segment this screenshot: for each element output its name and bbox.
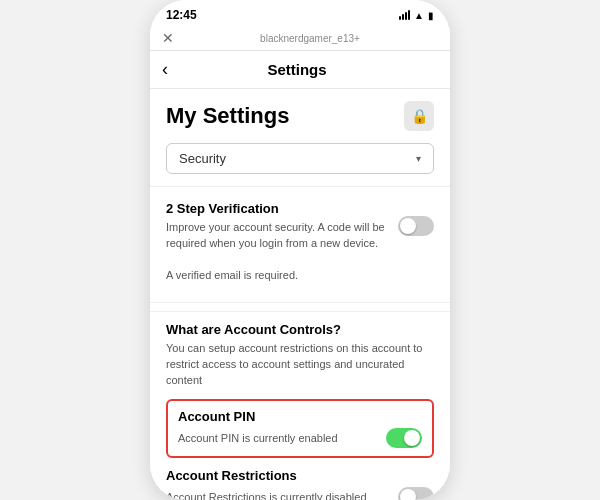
account-pin-section: Account PIN Account PIN is currently ena…: [166, 399, 434, 458]
lock-icon: 🔒: [411, 108, 428, 124]
account-pin-desc: Account PIN is currently enabled: [178, 432, 338, 444]
account-restrictions-title: Account Restrictions: [166, 468, 434, 483]
account-pin-row: Account PIN is currently enabled: [178, 428, 422, 448]
content-area: My Settings 🔒 Security ▾ 2 Step Verifica…: [150, 89, 450, 500]
account-restrictions-section: Account Restrictions Account Restriction…: [150, 458, 450, 500]
phone-frame: 12:45 ▲ ▮ ✕ blacknerdgamer_e13+ ‹ Settin…: [150, 0, 450, 500]
two-step-title: 2 Step Verification: [166, 201, 388, 216]
security-dropdown[interactable]: Security ▾: [166, 143, 434, 174]
toggle-knob-pin: [404, 430, 420, 446]
close-icon[interactable]: ✕: [162, 30, 174, 46]
account-restrictions-desc: Account Restrictions is currently disabl…: [166, 491, 367, 500]
account-pin-title: Account PIN: [178, 409, 422, 424]
lock-icon-box[interactable]: 🔒: [404, 101, 434, 131]
account-controls-section: What are Account Controls? You can setup…: [150, 311, 450, 399]
back-button[interactable]: ‹: [162, 59, 168, 80]
account-pin-toggle[interactable]: [386, 428, 422, 448]
status-icons: ▲ ▮: [399, 10, 434, 21]
account-controls-desc: You can setup account restrictions on th…: [166, 341, 434, 389]
divider-1: [150, 302, 450, 303]
account-restrictions-toggle[interactable]: [398, 487, 434, 500]
wifi-icon: ▲: [414, 10, 424, 21]
dropdown-wrapper: Security ▾: [150, 139, 450, 186]
toggle-knob-restrictions: [400, 489, 416, 500]
two-step-desc: Improve your account security. A code wi…: [166, 220, 388, 252]
status-bar: 12:45 ▲ ▮: [150, 0, 450, 26]
settings-header: My Settings 🔒: [150, 89, 450, 139]
toggle-knob: [400, 218, 416, 234]
two-step-toggle[interactable]: [398, 216, 434, 236]
browser-url: blacknerdgamer_e13+: [182, 33, 438, 44]
chevron-down-icon: ▾: [416, 153, 421, 164]
dropdown-label: Security: [179, 151, 226, 166]
verified-email-note: A verified email is required.: [150, 262, 450, 294]
browser-bar: ✕ blacknerdgamer_e13+: [150, 26, 450, 51]
nav-title: Settings: [176, 61, 418, 78]
two-step-row: 2 Step Verification Improve your account…: [166, 201, 434, 252]
account-restrictions-row: Account Restrictions is currently disabl…: [166, 487, 434, 500]
account-controls-title: What are Account Controls?: [166, 322, 434, 337]
page-title: My Settings: [166, 103, 289, 129]
status-time: 12:45: [166, 8, 197, 22]
nav-bar: ‹ Settings: [150, 51, 450, 89]
two-step-section: 2 Step Verification Improve your account…: [150, 186, 450, 262]
verified-email-text: A verified email is required.: [166, 268, 434, 284]
signal-icon: [399, 10, 410, 20]
battery-icon: ▮: [428, 10, 434, 21]
